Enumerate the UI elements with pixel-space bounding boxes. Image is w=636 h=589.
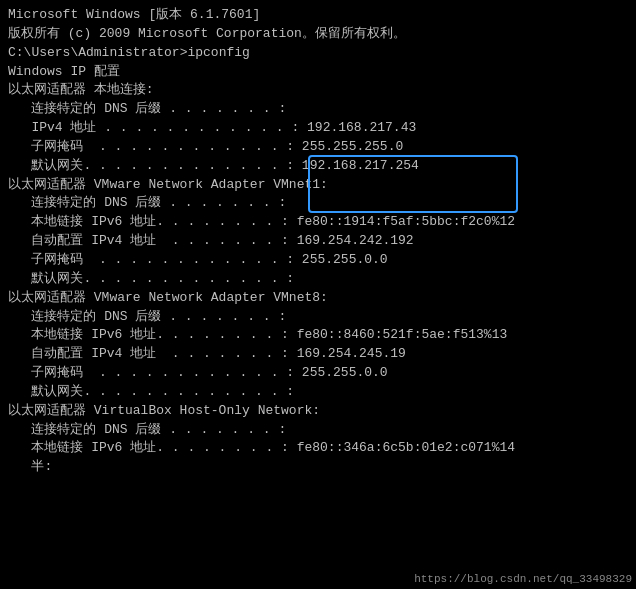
terminal-line: 以太网适配器 本地连接: — [8, 81, 628, 100]
terminal-line: 以太网适配器 VirtualBox Host-Only Network: — [8, 402, 628, 421]
terminal-line: 以太网适配器 VMware Network Adapter VMnet8: — [8, 289, 628, 308]
terminal-line: 连接特定的 DNS 后缀 . . . . . . . : — [8, 421, 628, 440]
terminal-line: 连接特定的 DNS 后缀 . . . . . . . : — [8, 308, 628, 327]
terminal-line: 连接特定的 DNS 后缀 . . . . . . . : — [8, 194, 628, 213]
terminal-line: 子网掩码 . . . . . . . . . . . . : 255.255.0… — [8, 364, 628, 383]
terminal-line: 半: — [8, 458, 628, 477]
terminal-line: 版权所有 (c) 2009 Microsoft Corporation。保留所有… — [8, 25, 628, 44]
terminal-line: 以太网适配器 VMware Network Adapter VMnet1: — [8, 176, 628, 195]
terminal-line: 本地链接 IPv6 地址. . . . . . . . : fe80::346a… — [8, 439, 628, 458]
watermark: https://blog.csdn.net/qq_33498329 — [414, 573, 632, 585]
terminal-line: 本地链接 IPv6 地址. . . . . . . . : fe80::8460… — [8, 326, 628, 345]
terminal-line: 子网掩码 . . . . . . . . . . . . : 255.255.0… — [8, 251, 628, 270]
terminal-line: 自动配置 IPv4 地址 . . . . . . . : 169.254.242… — [8, 232, 628, 251]
terminal-line: 默认网关. . . . . . . . . . . . . : — [8, 383, 628, 402]
terminal-line: Microsoft Windows [版本 6.1.7601] — [8, 6, 628, 25]
terminal-line: 自动配置 IPv4 地址 . . . . . . . : 169.254.245… — [8, 345, 628, 364]
terminal-line: 默认网关. . . . . . . . . . . . . : 192.168.… — [8, 157, 628, 176]
terminal-line: 默认网关. . . . . . . . . . . . . : — [8, 270, 628, 289]
terminal-line: IPv4 地址 . . . . . . . . . . . . : 192.16… — [8, 119, 628, 138]
terminal-line: C:\Users\Administrator>ipconfig — [8, 44, 628, 63]
terminal-line: 子网掩码 . . . . . . . . . . . . : 255.255.2… — [8, 138, 628, 157]
terminal-line: 本地链接 IPv6 地址. . . . . . . . : fe80::1914… — [8, 213, 628, 232]
terminal-window: Microsoft Windows [版本 6.1.7601]版权所有 (c) … — [0, 0, 636, 589]
terminal-line: 连接特定的 DNS 后缀 . . . . . . . : — [8, 100, 628, 119]
terminal-line: Windows IP 配置 — [8, 63, 628, 82]
